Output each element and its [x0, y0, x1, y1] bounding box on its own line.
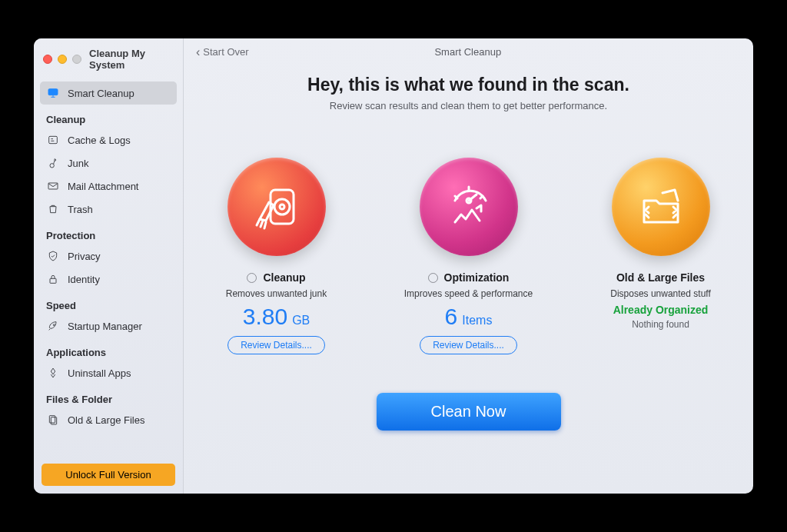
section-header-files-folder: Files & Folder	[40, 384, 177, 408]
sidebar-item-label: Old & Large Files	[68, 414, 144, 426]
headline: Hey, this is what we found in the scan.	[307, 75, 629, 95]
optimization-circle-icon	[420, 158, 518, 256]
svg-point-9	[274, 199, 290, 214]
traffic-lights	[43, 55, 81, 64]
sidebar-item-junk[interactable]: Junk	[40, 151, 177, 175]
svg-point-5	[53, 324, 55, 326]
uninstall-icon	[46, 366, 60, 380]
card-cleanup-metric: 3.80 GB	[243, 304, 310, 330]
app-window: Cleanup My System Smart Cleanup Cleanup …	[34, 38, 753, 494]
sidebar-item-uninstall-apps[interactable]: Uninstall Apps	[40, 361, 177, 384]
shield-icon	[46, 249, 60, 263]
svg-rect-7	[51, 417, 56, 424]
section-header-protection: Protection	[40, 221, 177, 244]
main-pane: ‹ Start Over Smart Cleanup Hey, this is …	[184, 38, 753, 494]
card-old-large: Old & Large Files Disposes unwanted stuf…	[584, 158, 738, 354]
trash-icon	[46, 202, 60, 216]
cleanup-circle-icon	[227, 158, 326, 256]
card-optimization-sub: Improves speed & performance	[404, 288, 533, 299]
card-optimization-metric: 6 Items	[445, 304, 493, 330]
sidebar-item-label: Mail Attachment	[68, 181, 139, 192]
status-organized: Already Organized	[613, 304, 709, 316]
content: Hey, this is what we found in the scan. …	[184, 64, 753, 494]
sidebar-item-startup-manager[interactable]: Startup Manager	[40, 314, 177, 337]
radio-icon[interactable]	[247, 273, 257, 283]
sidebar-item-label: Junk	[68, 158, 88, 169]
svg-rect-1	[49, 136, 58, 143]
sidebar-item-smart-cleanup[interactable]: Smart Cleanup	[40, 81, 177, 105]
section-header-applications: Applications	[40, 337, 177, 361]
sidebar-item-identity[interactable]: Identity	[40, 268, 177, 291]
review-details-cleanup-button[interactable]: Review Details....	[227, 336, 325, 354]
titlebar: Cleanup My System	[34, 43, 183, 81]
card-title-text: Cleanup	[263, 271, 305, 284]
sidebar: Cleanup My System Smart Cleanup Cleanup …	[34, 38, 184, 494]
sidebar-item-label: Identity	[68, 274, 100, 285]
svg-rect-6	[49, 416, 55, 423]
close-icon[interactable]	[43, 55, 52, 64]
card-title-text: Old & Large Files	[616, 271, 705, 284]
rocket-icon	[46, 319, 60, 333]
subheadline: Review scan results and clean them to ge…	[330, 100, 607, 111]
sidebar-item-label: Startup Manager	[68, 321, 142, 332]
sidebar-item-privacy[interactable]: Privacy	[40, 244, 177, 268]
card-optimization: Optimization Improves speed & performanc…	[392, 158, 546, 354]
card-cleanup: Cleanup Removes unwanted junk 3.80 GB Re…	[200, 158, 354, 354]
sidebar-item-trash[interactable]: Trash	[40, 198, 177, 221]
radio-icon[interactable]	[428, 273, 438, 283]
unlock-full-version-button[interactable]: Unlock Full Version	[42, 464, 175, 486]
section-header-cleanup: Cleanup	[40, 105, 177, 128]
card-old-large-title: Old & Large Files	[616, 271, 705, 284]
zoom-icon[interactable]	[72, 55, 81, 64]
page-title: Smart Cleanup	[195, 46, 741, 58]
card-optimization-title-row[interactable]: Optimization	[428, 271, 510, 284]
minimize-icon[interactable]	[58, 55, 67, 64]
sidebar-item-label: Uninstall Apps	[68, 367, 131, 379]
topbar: ‹ Start Over Smart Cleanup	[184, 38, 753, 64]
status-nothing-found: Nothing found	[632, 319, 689, 330]
monitor-icon	[46, 86, 60, 100]
section-header-speed: Speed	[40, 291, 177, 314]
files-icon	[46, 413, 60, 427]
svg-rect-3	[48, 183, 58, 189]
sidebar-item-label: Trash	[68, 204, 93, 215]
svg-rect-0	[48, 89, 58, 95]
clean-now-button[interactable]: Clean Now	[377, 393, 561, 431]
card-cleanup-sub: Removes unwanted junk	[226, 288, 327, 299]
sidebar-item-label: Smart Cleanup	[68, 88, 134, 99]
sidebar-item-cache-logs[interactable]: Cache & Logs	[40, 128, 177, 151]
svg-rect-4	[50, 278, 56, 283]
sidebar-item-old-large-files[interactable]: Old & Large Files	[40, 408, 177, 431]
junk-icon	[46, 156, 60, 170]
card-title-text: Optimization	[444, 271, 510, 284]
lock-icon	[46, 272, 60, 286]
mail-icon	[46, 179, 60, 193]
svg-point-10	[280, 204, 284, 209]
window-title: Cleanup My System	[89, 48, 174, 71]
old-large-circle-icon	[612, 158, 710, 256]
sidebar-nav: Smart Cleanup Cleanup Cache & Logs Junk …	[34, 81, 183, 456]
card-old-large-sub: Disposes unwanted stuff	[610, 288, 711, 299]
sidebar-item-mail-attachment[interactable]: Mail Attachment	[40, 175, 177, 198]
result-cards: Cleanup Removes unwanted junk 3.80 GB Re…	[200, 158, 738, 354]
log-icon	[46, 133, 60, 147]
sidebar-item-label: Privacy	[68, 251, 101, 262]
sidebar-item-label: Cache & Logs	[68, 135, 131, 146]
svg-point-2	[50, 164, 54, 168]
review-details-optimization-button[interactable]: Review Details....	[420, 336, 517, 354]
card-cleanup-title-row[interactable]: Cleanup	[247, 271, 305, 284]
